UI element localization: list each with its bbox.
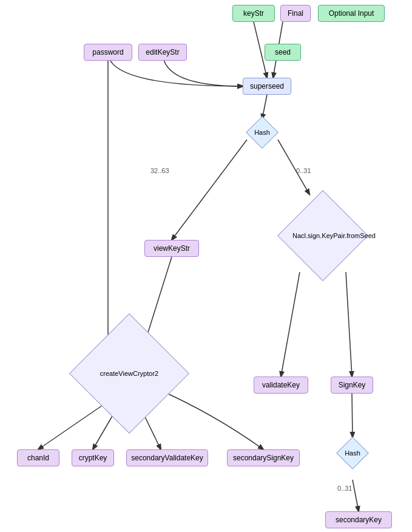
node-edit-key-str[interactable]: editKeyStr bbox=[138, 44, 187, 61]
svg-line-3 bbox=[172, 140, 247, 240]
svg-line-7 bbox=[346, 272, 352, 377]
svg-line-11 bbox=[352, 394, 353, 437]
diagram: keyStr Final Optional Input password edi… bbox=[0, 0, 412, 532]
node-seed[interactable]: seed bbox=[265, 44, 301, 61]
node-optional-input[interactable]: Optional Input bbox=[318, 5, 385, 22]
node-view-key-str[interactable]: viewKeyStr bbox=[144, 240, 199, 257]
node-final[interactable]: Final bbox=[280, 5, 311, 22]
node-nacl-sign[interactable]: Nacl.sign.KeyPair.fromSeed bbox=[277, 192, 368, 279]
svg-line-2 bbox=[262, 95, 267, 119]
svg-line-6 bbox=[281, 272, 300, 377]
edge-label-32-63: 32..63 bbox=[150, 167, 169, 174]
node-chan-id[interactable]: chanId bbox=[17, 449, 59, 466]
node-secondary-sign-key[interactable]: secondarySignKey bbox=[227, 449, 300, 466]
edge-label-0-31-b: 0..31 bbox=[337, 485, 352, 492]
node-hash1[interactable]: Hash bbox=[246, 117, 278, 148]
node-crypt-key[interactable]: cryptKey bbox=[72, 449, 114, 466]
node-secondary-validate-key[interactable]: secondaryValidateKey bbox=[126, 449, 208, 466]
node-validate-key[interactable]: validateKey bbox=[254, 377, 308, 394]
node-hash2[interactable]: Hash bbox=[337, 437, 368, 469]
node-password[interactable]: password bbox=[84, 44, 132, 61]
node-sign-key[interactable]: SignKey bbox=[331, 377, 373, 394]
node-keystr[interactable]: keyStr bbox=[232, 5, 275, 22]
edge-label-0-31: 0..31 bbox=[296, 167, 311, 174]
node-superseed[interactable]: superseed bbox=[243, 78, 291, 95]
node-create-view-cryptor2[interactable]: createViewCryptor2 bbox=[69, 328, 190, 419]
svg-line-12 bbox=[353, 480, 359, 511]
node-secondary-key[interactable]: secondaryKey bbox=[325, 511, 392, 528]
